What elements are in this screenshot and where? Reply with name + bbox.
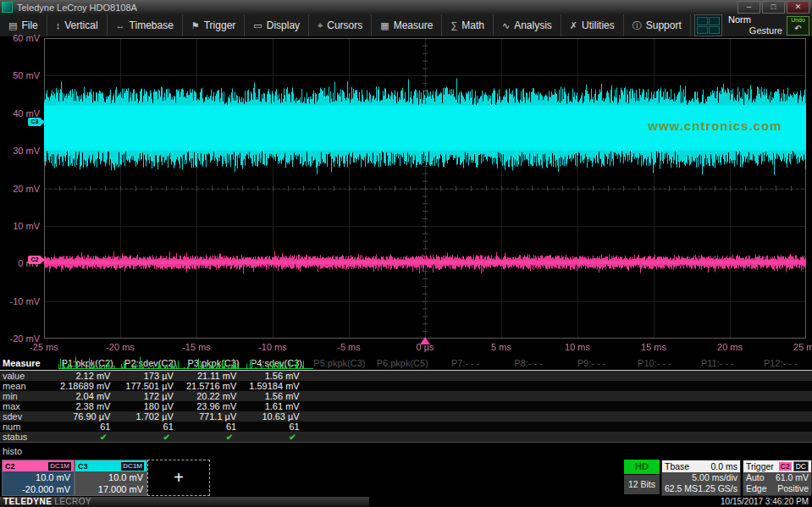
x-axis-tick-label: 15 ms — [627, 342, 681, 352]
channel-id-label: C3 — [75, 462, 88, 471]
measure-column-header-p6[interactable]: P6:pkpk(C5) — [371, 358, 434, 368]
channel-volts-per-div: 10.0 mV — [75, 471, 143, 483]
timebase-label: Tbase — [665, 461, 689, 471]
file-icon: ▤ — [8, 20, 17, 31]
footer-bar: TELEDYNE LECROY 10/15/2017 3:46:20 PM — [0, 497, 812, 507]
undo-button[interactable]: Undo ↶ — [787, 16, 809, 36]
measure-column-header-p11[interactable]: P11:- - - — [686, 358, 748, 368]
measure-cell: 180 µV — [119, 401, 181, 411]
cursors-icon: ⌖ — [318, 20, 323, 31]
measure-cell: 61 — [245, 422, 307, 432]
menu-item-label: Display — [267, 19, 300, 31]
measure-row-label: status — [0, 432, 56, 442]
measure-panel: Measure P1:pkpk(C2)P2:sdev(C2)P3:pkpk(C3… — [0, 355, 812, 459]
trigger-label: Trigger — [746, 461, 774, 471]
measure-cell: 173 µV — [119, 371, 181, 381]
measure-column-header-p12[interactable]: P12:- - - — [749, 358, 812, 368]
grid-quadrant — [709, 26, 720, 35]
trigger-source-badge: C2 — [779, 462, 792, 471]
measure-row-mean: mean2.18689 mV177.501 µV21.5716 mV1.5918… — [0, 381, 812, 391]
utilities-icon: ✗ — [570, 20, 577, 31]
plot-area: C3 C2 www.cntronics.com 60 mV50 mV40 mV3… — [0, 36, 812, 355]
menu-item-label: File — [21, 19, 37, 31]
measure-icon: ▦ — [380, 20, 389, 31]
measure-cell: 61 — [119, 422, 181, 432]
close-button[interactable]: ✕ — [787, 1, 809, 14]
grid-display-button[interactable] — [694, 14, 722, 36]
measure-row-label: histo — [0, 446, 56, 456]
trigger-flag-icon: ⚑ — [191, 20, 200, 31]
menu-item-label: Measure — [394, 19, 434, 31]
measure-row-max: max2.38 mV180 µV23.96 mV1.61 mV — [0, 401, 812, 411]
maximize-button[interactable]: □ — [762, 1, 785, 14]
waveform-grid-canvas[interactable] — [44, 38, 806, 339]
menu-item-display[interactable]: ▭Display — [245, 14, 309, 36]
channel-descriptor-c2[interactable]: C2DC1M10.0 mV-20.000 mV — [2, 460, 75, 496]
status-check-icon: ✔ — [56, 433, 119, 442]
mode-labels: Norm Gesture — [726, 14, 782, 36]
menu-item-vertical[interactable]: ↕Vertical — [47, 14, 108, 36]
status-check-icon: ✔ — [119, 433, 181, 442]
menu-item-math[interactable]: ∑Math — [442, 14, 494, 36]
menu-item-label: Analysis — [514, 19, 552, 31]
menu-item-support[interactable]: ⓘSupport — [624, 14, 691, 36]
timebase-delay: 0.0 ms — [710, 461, 737, 471]
menu-item-cursors[interactable]: ⌖Cursors — [309, 14, 372, 36]
brand-logo: TELEDYNE LECROY — [0, 497, 369, 507]
measure-row-sdev: sdev76.90 µV1.702 µV771.1 µV10.63 µV — [0, 411, 812, 422]
timebase-header: Tbase 0.0 ms — [662, 460, 740, 472]
channel-descriptor-c3[interactable]: C3DC1M10.0 mV17.000 mV — [75, 460, 147, 496]
acquisition-box[interactable]: HD 12 Bits — [624, 460, 660, 494]
trigger-header: Trigger C2 DC — [743, 460, 811, 472]
trigger-level: 61.0 mV — [776, 472, 809, 483]
add-channel-button[interactable]: + — [147, 460, 210, 496]
grid-quadrant — [697, 17, 708, 25]
brand-lecroy: LECROY — [54, 497, 91, 506]
channel-c2-offset-marker[interactable]: C2 — [28, 256, 41, 264]
measure-column-header-p10[interactable]: P10:- - - — [623, 358, 686, 368]
measure-column-header-p7[interactable]: P7:- - - — [434, 358, 496, 368]
y-axis-tick-label: 40 mV — [0, 108, 40, 118]
x-axis-tick-label: -5 ms — [322, 342, 376, 352]
channel-header: C3DC1M — [75, 460, 146, 471]
measure-cell: 20.22 mV — [182, 391, 245, 401]
channel-offset: 17.000 mV — [75, 483, 143, 495]
measure-cell: 23.96 mV — [182, 401, 245, 411]
menu-item-timebase[interactable]: ↔Timebase — [108, 14, 183, 36]
channel-coupling-badge: DC1M — [47, 461, 72, 471]
menu-item-analysis[interactable]: ∿Analysis — [494, 14, 561, 36]
math-icon: ∑ — [450, 20, 457, 30]
x-axis-tick-label: -15 ms — [169, 342, 224, 352]
menu-item-measure[interactable]: ▦Measure — [372, 14, 442, 36]
menu-item-trigger[interactable]: ⚑Trigger — [183, 14, 245, 36]
channel-coupling-badge: DC1M — [120, 461, 145, 471]
gesture-label: Gesture — [749, 25, 782, 36]
x-axis-tick-label: 25 ms — [779, 342, 812, 352]
measure-column-header-p8[interactable]: P8:- - - — [497, 358, 560, 368]
menu-bar-right: Norm Gesture Undo ↶ — [694, 14, 812, 36]
window-controls: – □ ✕ — [737, 1, 812, 14]
x-axis-tick-label: -25 ms — [17, 342, 71, 352]
channel-c3-offset-marker[interactable]: C3 — [28, 118, 41, 126]
measure-row-label: mean — [0, 381, 56, 391]
menu-item-utilities[interactable]: ✗Utilities — [561, 14, 624, 36]
grid-quadrant — [697, 26, 708, 35]
menu-item-label: Cursors — [327, 19, 362, 31]
measure-row-num: num61616161 — [0, 422, 812, 432]
trigger-box[interactable]: Trigger C2 DC Auto 61.0 mV Edge Positive — [743, 460, 812, 496]
measure-column-header-p9[interactable]: P9:- - - — [560, 358, 622, 368]
menu-item-label: Vertical — [64, 19, 97, 31]
trigger-type: Edge — [746, 483, 767, 494]
timebase-rate: 1.25 GS/s — [698, 483, 737, 494]
timebase-box[interactable]: Tbase 0.0 ms 5.00 ms/div 62.5 MS 1.25 GS… — [661, 460, 741, 496]
measure-cell: 771.1 µV — [182, 411, 245, 422]
measure-row-label: min — [0, 391, 56, 401]
minimize-button[interactable]: – — [737, 1, 760, 14]
measure-cell: 2.38 mV — [56, 401, 119, 411]
measure-row-label: value — [0, 371, 56, 381]
measure-row-value: value2.12 mV173 µV21.11 mV1.56 mV — [0, 371, 812, 381]
measure-row-min: min2.04 mV172 µV20.22 mV1.56 mV — [0, 391, 812, 401]
oscilloscope-app-window: Teledyne LeCroy HDO8108A – □ ✕ ▤File↕Ver… — [0, 0, 812, 507]
brand-teledyne: TELEDYNE — [3, 497, 52, 506]
channel-header: C2DC1M — [3, 460, 74, 471]
